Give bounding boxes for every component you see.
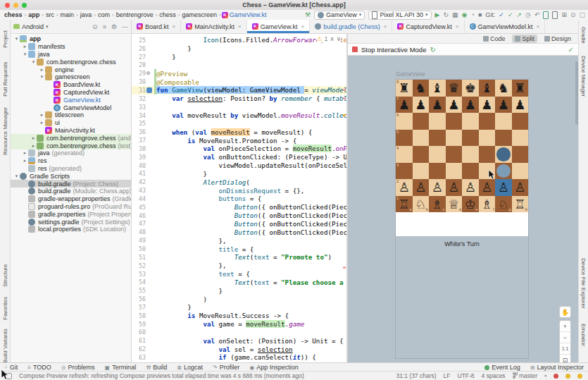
tree-item-gameview-kt[interactable]: KGameView.kt: [11, 96, 131, 104]
board-square[interactable]: ♜: [512, 80, 529, 97]
tool-stripe-button-device-file-explorer[interactable]: Device File Explorer: [579, 252, 588, 314]
preview-mode-design[interactable]: Design: [542, 35, 574, 43]
board-square[interactable]: [429, 130, 446, 147]
close-tab-icon[interactable]: ×: [173, 23, 176, 30]
code-line-42[interactable]: 42 AlertDialog(: [132, 178, 346, 186]
code-line-62[interactable]: 62 val sel = selection: [132, 345, 346, 353]
code-line-48[interactable]: 48 Button({ onButtonClicked(PieceType.Bi…: [132, 228, 346, 236]
board-square[interactable]: ♖1a: [396, 196, 413, 213]
code-line-46[interactable]: 46 Button({ onButtonClicked(PieceType.Ro…: [132, 212, 346, 220]
code-line-56[interactable]: 56 ): [132, 295, 346, 303]
board-square[interactable]: ♙: [495, 179, 512, 196]
tool-button-app-inspection[interactable]: ◉App Inspection: [249, 364, 299, 371]
hide-panel-icon[interactable]: —: [122, 23, 128, 30]
line-number[interactable]: 32: [132, 95, 146, 102]
editor-tab-gameview-kt[interactable]: KGameView.kt×: [247, 20, 311, 33]
code-line-57[interactable]: 57 }: [132, 303, 346, 312]
tree-item-ui[interactable]: ▸ui: [11, 119, 131, 127]
code-line-47[interactable]: 47 Button({ onButtonClicked(PieceType.Kn…: [132, 220, 346, 228]
code-line-51[interactable]: 51 Text(text = "Promote to"): [132, 253, 346, 262]
board-square[interactable]: 4: [396, 146, 413, 163]
board-square[interactable]: ♗c: [429, 196, 446, 213]
tool-stripe-button-favorites[interactable]: Favorites: [0, 293, 10, 324]
refresh-icon[interactable]: ↻: [430, 46, 435, 54]
code-line-50[interactable]: 50 title = {: [132, 245, 346, 253]
code-line-58[interactable]: 58 is MoveResult.Success -> {: [132, 312, 346, 320]
pan-tool-button[interactable]: ✋: [559, 306, 571, 318]
breadcrumb-item[interactable]: chess: [3, 11, 24, 18]
editor-tab-gameviewmodel-kt[interactable]: CGameViewModel.kt×: [465, 20, 546, 33]
line-number[interactable]: 29: [132, 70, 146, 77]
board-square[interactable]: 6: [396, 113, 413, 130]
tree-item-com-bentrengrove-chess[interactable]: ▸com.bentrengrove.chess(test): [11, 142, 131, 149]
tree-item-gradle-properties[interactable]: gradle.properties(Project Properties): [11, 210, 131, 218]
tree-item-local-properties[interactable]: local.properties(SDK Location): [11, 226, 131, 233]
tree-arrow-icon[interactable]: ▸: [30, 143, 37, 149]
line-number[interactable]: 53: [132, 271, 146, 278]
profiler-icon[interactable]: ◔: [470, 11, 474, 18]
board-square[interactable]: ♙: [413, 179, 430, 196]
device-selector[interactable]: Pixel XL API 30 ▾: [368, 11, 431, 20]
tree-item-com-bentrengrove-chess[interactable]: ▸com.bentrengrove.chess(androidTest): [11, 134, 131, 142]
device-manager-icon[interactable]: [543, 11, 549, 19]
board-square[interactable]: ♝: [429, 80, 446, 97]
status-yellow-indicator[interactable]: [565, 374, 570, 379]
debug-icon[interactable]: ◉: [462, 11, 468, 18]
line-number[interactable]: 52: [132, 262, 146, 269]
tool-button-layout-inspector[interactable]: ⊞ Layout Inspector: [530, 364, 584, 371]
board-square[interactable]: ♞: [495, 80, 512, 97]
code-line-59[interactable]: 59 val game = moveResult.game: [132, 320, 346, 329]
line-number[interactable]: 57: [132, 304, 146, 311]
chevron-down-icon[interactable]: ▾: [46, 24, 49, 30]
close-tab-icon[interactable]: ×: [456, 23, 459, 30]
code-line-52[interactable]: 52 },: [132, 262, 346, 270]
board-square[interactable]: [495, 163, 512, 180]
board-square[interactable]: 5: [396, 130, 413, 147]
tool-stripe-button-structure[interactable]: Structure: [0, 259, 10, 292]
board-square[interactable]: ♙: [462, 179, 479, 196]
run-configuration-selector[interactable]: GameView ▾: [314, 11, 365, 20]
close-tab-icon[interactable]: ×: [536, 23, 539, 30]
code-line-34[interactable]: 34 val moveResult by viewModel.moveResul…: [132, 111, 346, 120]
tree-item-res[interactable]: res(generated): [11, 165, 131, 173]
board-square[interactable]: [495, 146, 512, 163]
line-number[interactable]: 59: [132, 321, 146, 328]
preview-mode-split[interactable]: Split: [512, 35, 537, 43]
close-tab-icon[interactable]: ×: [301, 23, 305, 30]
line-number[interactable]: 54: [132, 278, 146, 286]
expand-all-icon[interactable]: ≡: [103, 23, 106, 30]
board-square[interactable]: [429, 146, 446, 163]
status-yellow-indicator[interactable]: [577, 374, 582, 379]
next-warning-icon[interactable]: ∨: [337, 35, 341, 42]
git-update-icon[interactable]: ✓: [499, 11, 504, 18]
tree-item-build-gradle[interactable]: build.gradle(Project: Chess): [11, 180, 131, 188]
code-line-27[interactable]: 27 }: [132, 53, 346, 61]
line-number[interactable]: 38: [132, 145, 146, 152]
tool-stripe-button-gradle[interactable]: Gradle: [579, 21, 588, 49]
settings-gear-icon[interactable]: ⚙: [111, 23, 117, 30]
indent-indicator[interactable]: 4 spaces: [482, 372, 506, 379]
board-square[interactable]: ♙: [446, 179, 463, 196]
board-square[interactable]: ♟: [429, 97, 446, 114]
board-square[interactable]: ♟: [446, 97, 463, 114]
breadcrumb-item[interactable]: main: [59, 11, 76, 18]
tree-arrow-icon[interactable]: ▾: [30, 59, 37, 65]
tool-button-event-log[interactable]: Event Log: [484, 364, 520, 371]
line-number[interactable]: 61: [132, 337, 146, 344]
board-square[interactable]: [512, 146, 529, 163]
tree-item-com-bentrengrove-chess[interactable]: ▾com.bentrengrove.chess: [11, 58, 131, 66]
board-square[interactable]: ♗f: [479, 196, 496, 213]
avd-manager-icon[interactable]: [552, 11, 558, 19]
code-line-33[interactable]: 33: [132, 103, 346, 111]
tree-arrow-icon[interactable]: ▸: [22, 158, 28, 164]
prev-warning-icon[interactable]: ∧: [330, 35, 334, 42]
line-number[interactable]: 44: [132, 195, 146, 202]
preview-mode-code[interactable]: Code: [480, 35, 508, 43]
board-square[interactable]: [413, 146, 430, 163]
board-square[interactable]: [462, 163, 479, 180]
line-number[interactable]: 63: [132, 354, 146, 361]
tree-arrow-icon[interactable]: ▾: [39, 74, 45, 80]
board-square[interactable]: [512, 113, 529, 130]
board-square[interactable]: ♟: [462, 97, 479, 114]
board-square[interactable]: [479, 130, 496, 147]
